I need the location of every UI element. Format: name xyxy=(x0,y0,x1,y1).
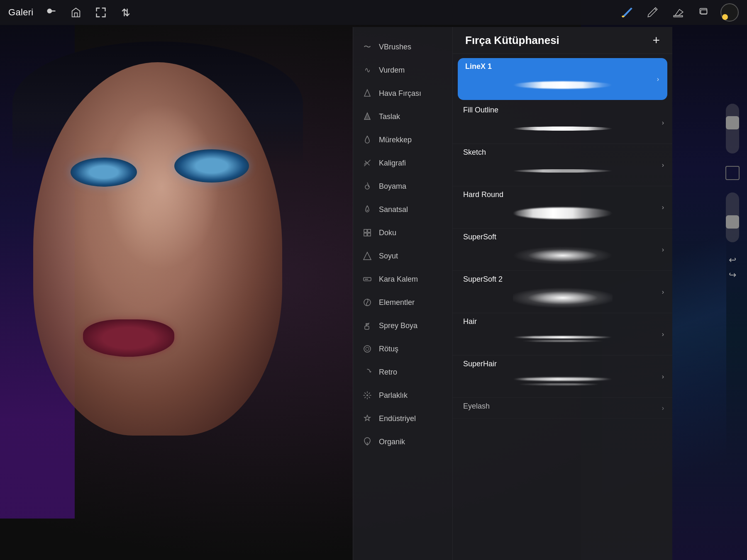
category-label-rotus: Rötuş xyxy=(379,345,398,353)
brush-chevron-eyelash: › xyxy=(662,404,664,412)
eraser-tool[interactable] xyxy=(669,3,687,22)
kaligrafi-icon xyxy=(361,157,373,169)
svg-marker-3 xyxy=(364,90,370,96)
layers-tool[interactable] xyxy=(695,3,713,22)
category-item-vbrushes[interactable]: 〜 VBrushes xyxy=(353,35,452,58)
redo-button[interactable]: ↪ xyxy=(729,270,736,280)
svg-marker-5 xyxy=(364,113,370,119)
brush-stroke-supersoft2 xyxy=(463,287,662,309)
category-item-soyut[interactable]: Soyut xyxy=(353,244,452,268)
endu-icon xyxy=(361,413,373,424)
retro-icon xyxy=(361,366,373,378)
brush-item-fill-outline[interactable]: Fill Outline › xyxy=(453,102,672,144)
brush-item-linex1[interactable]: LineX 1 › xyxy=(458,58,667,100)
svg-point-20 xyxy=(366,394,368,396)
rotus-icon xyxy=(361,343,373,355)
hava-icon xyxy=(361,88,373,99)
brush-name-linex1: LineX 1 xyxy=(465,62,660,71)
category-label-taslak: Taslak xyxy=(379,112,400,121)
brush-chevron-supersoft2: › xyxy=(662,288,664,296)
kara-icon xyxy=(361,273,373,285)
sanatsal-icon xyxy=(361,204,373,215)
brush-item-supersoft2[interactable]: SuperSoft 2 › xyxy=(453,271,672,313)
selection-button[interactable] xyxy=(93,5,108,20)
svg-point-18 xyxy=(364,346,371,352)
transform-button[interactable] xyxy=(118,5,133,20)
add-brush-button[interactable]: + xyxy=(652,33,660,47)
wrench-button[interactable] xyxy=(44,5,59,20)
svg-rect-11 xyxy=(368,233,371,236)
category-item-parlak[interactable]: Parlaklık xyxy=(353,384,452,407)
category-label-murekkep: Mürekkep xyxy=(379,136,412,144)
opacity-slider[interactable] xyxy=(726,192,739,242)
brush-item-superhair[interactable]: SuperHair › xyxy=(453,355,672,398)
adjustments-button[interactable] xyxy=(68,5,83,20)
brush-stroke-sketch xyxy=(463,160,662,182)
category-label-kaligrafi: Kaligrafi xyxy=(379,159,406,168)
brush-name-fill-outline: Fill Outline xyxy=(463,106,662,114)
category-item-boyama[interactable]: Boyama xyxy=(353,175,452,198)
brush-item-supersoft[interactable]: SuperSoft › xyxy=(453,229,672,271)
brush-stroke-hard-round xyxy=(463,202,662,224)
category-label-soyut: Soyut xyxy=(379,252,398,261)
category-item-hava[interactable]: Hava Fırçası xyxy=(353,82,452,105)
category-item-organik[interactable]: Organik xyxy=(353,430,452,453)
category-label-parlak: Parlaklık xyxy=(379,391,408,400)
sprey-icon xyxy=(361,320,373,331)
brush-item-hair[interactable]: Hair › xyxy=(453,313,672,355)
doku-icon xyxy=(361,227,373,239)
paintbrush-tool[interactable] xyxy=(618,3,636,22)
size-slider[interactable] xyxy=(726,104,739,153)
category-item-elementler[interactable]: Elementler xyxy=(353,291,452,314)
brush-chevron-sketch: › xyxy=(662,161,664,169)
category-item-sanatsal[interactable]: Sanatsal xyxy=(353,198,452,221)
panel-header: Fırça Kütüphanesi + xyxy=(453,27,672,54)
brush-name-hair: Hair xyxy=(463,317,662,326)
brush-stroke-linex1 xyxy=(465,74,660,96)
category-item-taslak[interactable]: Taslak xyxy=(353,105,452,128)
vurdem-icon: ∿ xyxy=(361,64,373,76)
brush-chevron-fill-outline: › xyxy=(662,119,664,127)
brush-name-superhair: SuperHair xyxy=(463,360,662,368)
brush-library-panel: 〜 VBrushes ∿ Vurdem Hava Fırçası Taslak … xyxy=(353,27,672,560)
color-picker[interactable] xyxy=(720,3,739,22)
brush-name-supersoft: SuperSoft xyxy=(463,233,662,241)
square-button[interactable] xyxy=(725,166,740,180)
brush-chevron-linex1: › xyxy=(657,75,659,83)
category-item-kaligrafi[interactable]: Kaligrafi xyxy=(353,151,452,175)
category-label-doku: Doku xyxy=(379,229,396,237)
category-item-doku[interactable]: Doku xyxy=(353,221,452,244)
size-slider-thumb[interactable] xyxy=(726,116,739,129)
category-item-murekkep[interactable]: Mürekkep xyxy=(353,128,452,151)
brush-item-eyelash[interactable]: Eyelash › xyxy=(453,398,672,419)
category-label-retro: Retro xyxy=(379,368,397,377)
category-list: 〜 VBrushes ∿ Vurdem Hava Fırçası Taslak … xyxy=(353,27,453,560)
brush-list: Fırça Kütüphanesi + LineX 1 › Fill Outli… xyxy=(453,27,672,560)
gallery-button[interactable]: Galeri xyxy=(8,7,34,18)
panel-title: Fırça Kütüphanesi xyxy=(465,34,559,47)
category-item-rotus[interactable]: Rötuş xyxy=(353,337,452,360)
category-item-retro[interactable]: Retro xyxy=(353,360,452,384)
svg-rect-10 xyxy=(364,233,367,236)
brush-stroke-fill-outline xyxy=(463,118,662,139)
category-label-endu: Endüstriyel xyxy=(379,414,416,423)
brush-item-sketch[interactable]: Sketch › xyxy=(453,144,672,186)
vbrushes-icon: 〜 xyxy=(361,41,373,53)
category-item-endu[interactable]: Endüstriyel xyxy=(353,407,452,430)
category-item-vurdem[interactable]: ∿ Vurdem xyxy=(353,58,452,82)
brush-chevron-hair: › xyxy=(662,331,664,338)
pencil-tool[interactable] xyxy=(643,3,662,22)
soyut-icon xyxy=(361,250,373,262)
undo-button[interactable]: ↩ xyxy=(729,255,736,265)
svg-point-17 xyxy=(369,323,369,324)
category-item-sprey[interactable]: Sprey Boya xyxy=(353,314,452,337)
right-sliders: ↩ ↪ xyxy=(722,104,743,280)
parlak-icon xyxy=(361,390,373,401)
svg-marker-12 xyxy=(364,252,371,260)
top-toolbar: Galeri xyxy=(0,0,747,25)
opacity-slider-thumb[interactable] xyxy=(726,215,739,229)
category-item-kara[interactable]: Kara Kalem xyxy=(353,268,452,291)
category-label-vbrushes: VBrushes xyxy=(379,43,411,51)
brush-item-hard-round[interactable]: Hard Round › xyxy=(453,186,672,229)
svg-rect-16 xyxy=(365,326,369,329)
